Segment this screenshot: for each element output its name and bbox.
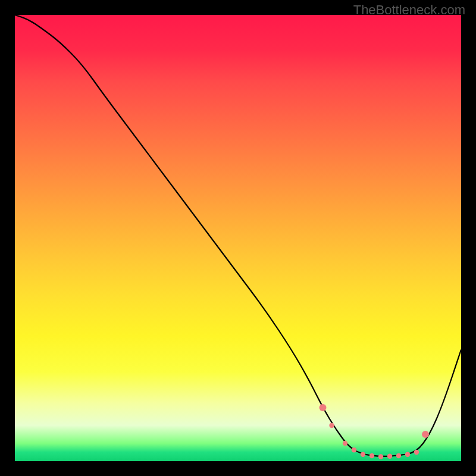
highlight-dot bbox=[378, 454, 383, 459]
highlight-dot bbox=[352, 447, 356, 452]
chart-plot-area bbox=[15, 15, 461, 461]
watermark-text: TheBottleneck.com bbox=[353, 2, 465, 18]
highlight-dot bbox=[414, 450, 419, 455]
bottleneck-curve-svg bbox=[15, 15, 461, 461]
highlight-dot bbox=[422, 431, 429, 438]
highlight-dot bbox=[387, 454, 392, 459]
highlight-dot bbox=[343, 441, 347, 446]
highlight-dot-group bbox=[320, 404, 430, 459]
highlight-dot bbox=[405, 452, 410, 457]
highlight-dot bbox=[396, 453, 401, 458]
highlight-dot bbox=[320, 404, 327, 411]
highlight-dot bbox=[361, 452, 365, 457]
highlight-dot bbox=[369, 453, 374, 458]
highlight-dot bbox=[329, 423, 334, 428]
curve-path bbox=[15, 15, 461, 456]
